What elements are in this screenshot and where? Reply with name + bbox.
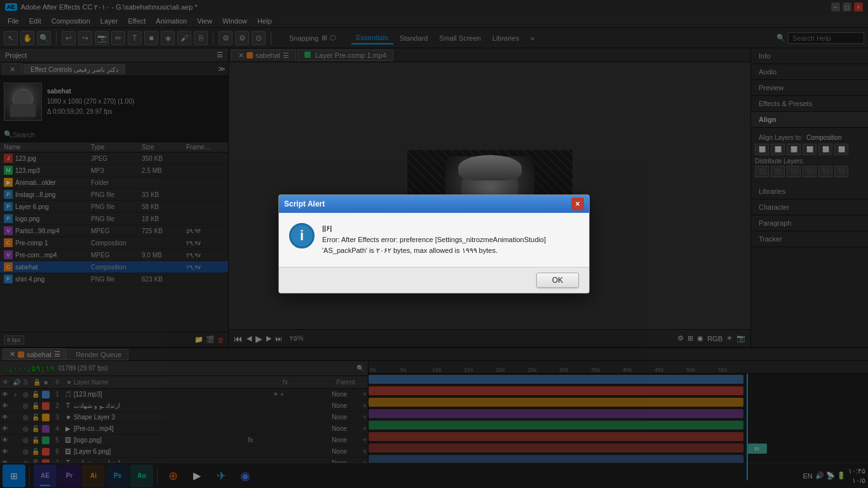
dialog-info-icon: i bbox=[289, 223, 315, 248]
dialog-message: ||۶| Error: After Effects error: prefere… bbox=[322, 223, 579, 257]
error-code: ||۶| bbox=[322, 224, 332, 232]
dialog-title-label: Script Alert bbox=[284, 200, 325, 208]
dialog-title-bar: Script Alert × bbox=[279, 195, 589, 213]
dialog-overlay[interactable]: Script Alert × i ||۶| Error: After Effec… bbox=[0, 0, 868, 488]
dialog-close-button[interactable]: × bbox=[571, 198, 584, 210]
dialog-body: i ||۶| Error: After Effects error: prefe… bbox=[279, 213, 589, 267]
script-alert-dialog: Script Alert × i ||۶| Error: After Effec… bbox=[278, 194, 590, 294]
dialog-ok-button[interactable]: OK bbox=[536, 273, 579, 288]
dialog-footer: OK bbox=[279, 267, 589, 293]
error-message: Error: After Effects error: preference [… bbox=[322, 236, 546, 255]
